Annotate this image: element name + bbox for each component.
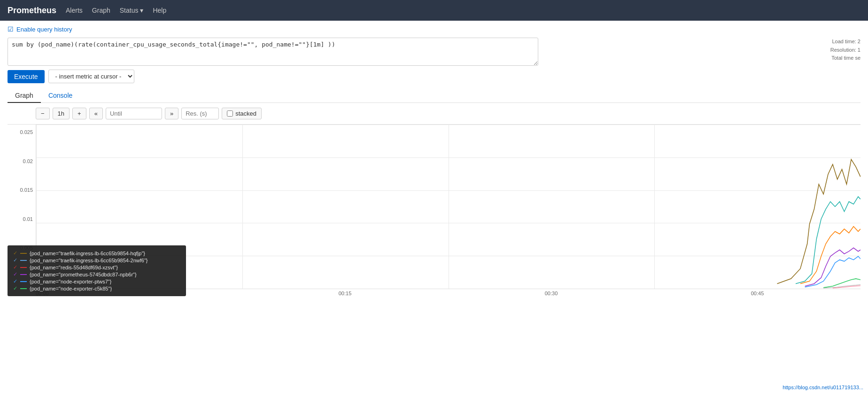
legend-check-2: ✓ bbox=[13, 264, 17, 270]
stacked-checkbox[interactable] bbox=[227, 110, 233, 117]
zoom-in-button[interactable]: + bbox=[72, 108, 86, 119]
legend-item-3: ✓ {pod_name="prometheus-5745dbdc87-npb6r… bbox=[13, 271, 180, 277]
y-label-0: 0.025 bbox=[8, 129, 33, 135]
brand-logo: Prometheus bbox=[8, 6, 56, 16]
tab-graph[interactable]: Graph bbox=[8, 89, 41, 103]
legend-check-4: ✓ bbox=[13, 278, 17, 284]
legend-area: ✓ {pod_name="traefik-ingress-lb-6cc65b98… bbox=[8, 245, 186, 296]
stacked-checkbox-label[interactable]: stacked bbox=[222, 108, 262, 119]
x-label-1: 00:15 bbox=[242, 291, 448, 296]
next-time-button[interactable]: » bbox=[165, 108, 178, 119]
help-link[interactable]: Help bbox=[153, 7, 166, 14]
tabs-row: Graph Console bbox=[8, 89, 860, 103]
legend-color-3 bbox=[20, 274, 27, 275]
query-history-checkbox[interactable]: ☑ bbox=[8, 25, 14, 33]
navbar: Prometheus Alerts Graph Status ▾ Help bbox=[0, 0, 868, 21]
x-label-3: 00:45 bbox=[654, 291, 860, 296]
query-area-wrapper: sum by (pod_name)(rate(container_cpu_usa… bbox=[8, 38, 632, 66]
graph-area: 0.025 0.02 0.015 0.01 0.005 0 bbox=[8, 124, 860, 296]
legend-label-0: {pod_name="traefik-ingress-lb-6cc65b9854… bbox=[30, 251, 145, 256]
time-value-display: 1h bbox=[53, 108, 70, 119]
legend-item-2: ✓ {pod_name="redis-55d48df69d-xzsvt"} bbox=[13, 264, 180, 270]
legend-check-3: ✓ bbox=[13, 271, 17, 277]
legend-color-5 bbox=[20, 288, 27, 289]
legend-label-2: {pod_name="redis-55d48df69d-xzsvt"} bbox=[30, 265, 118, 270]
load-time-label: Load time: 2 bbox=[830, 38, 860, 46]
legend-color-0 bbox=[20, 253, 27, 254]
query-history-row[interactable]: ☑ Enable query history bbox=[8, 25, 860, 33]
legend-item-5: ✓ {pod_name="node-exporter-c5k85"} bbox=[13, 285, 180, 291]
alerts-link[interactable]: Alerts bbox=[66, 7, 83, 14]
query-area-row: sum by (pod_name)(rate(container_cpu_usa… bbox=[8, 38, 860, 66]
total-time-label: Total time se bbox=[830, 54, 860, 63]
legend-color-4 bbox=[20, 281, 27, 282]
y-label-3: 0.01 bbox=[8, 216, 33, 222]
legend-label-3: {pod_name="prometheus-5745dbdc87-npb6r"} bbox=[30, 272, 137, 277]
insert-metric-select[interactable]: - insert metric at cursor - bbox=[48, 70, 134, 83]
y-label-1: 0.02 bbox=[8, 158, 33, 164]
graph-controls: − 1h + « » stacked bbox=[8, 103, 860, 124]
legend-label-1: {pod_name="traefik-ingress-lb-6cc65b9854… bbox=[30, 258, 148, 263]
prev-time-button[interactable]: « bbox=[89, 108, 103, 119]
legend-check-0: ✓ bbox=[13, 250, 17, 256]
legend-item-4: ✓ {pod_name="node-exporter-ptws7"} bbox=[13, 278, 180, 284]
chevron-down-icon: ▾ bbox=[140, 7, 143, 14]
y-label-2: 0.015 bbox=[8, 187, 33, 193]
query-textarea[interactable]: sum by (pod_name)(rate(container_cpu_usa… bbox=[8, 38, 538, 66]
legend-label-4: {pod_name="node-exporter-ptws7"} bbox=[30, 279, 111, 284]
legend-item-1: ✓ {pod_name="traefik-ingress-lb-6cc65b98… bbox=[13, 257, 180, 263]
x-label-2: 00:30 bbox=[448, 291, 654, 296]
tab-console[interactable]: Console bbox=[41, 89, 80, 103]
until-input[interactable] bbox=[106, 108, 162, 119]
query-history-label: Enable query history bbox=[16, 26, 72, 33]
legend-check-5: ✓ bbox=[13, 285, 17, 291]
status-dropdown[interactable]: Status ▾ bbox=[120, 7, 144, 14]
main-content: ☑ Enable query history sum by (pod_name)… bbox=[0, 21, 868, 296]
zoom-out-button[interactable]: − bbox=[36, 108, 50, 119]
stacked-label: stacked bbox=[235, 110, 256, 117]
legend-item-0: ✓ {pod_name="traefik-ingress-lb-6cc65b98… bbox=[13, 250, 180, 256]
execute-button[interactable]: Execute bbox=[8, 70, 45, 83]
graph-link[interactable]: Graph bbox=[92, 7, 110, 14]
legend-label-5: {pod_name="node-exporter-c5k85"} bbox=[30, 286, 112, 291]
execute-row: Execute - insert metric at cursor - bbox=[8, 70, 860, 83]
resolution-input[interactable] bbox=[181, 108, 219, 119]
resolution-label: Resolution: 1 bbox=[830, 46, 860, 55]
legend-color-2 bbox=[20, 267, 27, 268]
load-info: Load time: 2 Resolution: 1 Total time se bbox=[830, 38, 860, 63]
legend-color-1 bbox=[20, 260, 27, 261]
legend-check-1: ✓ bbox=[13, 257, 17, 263]
